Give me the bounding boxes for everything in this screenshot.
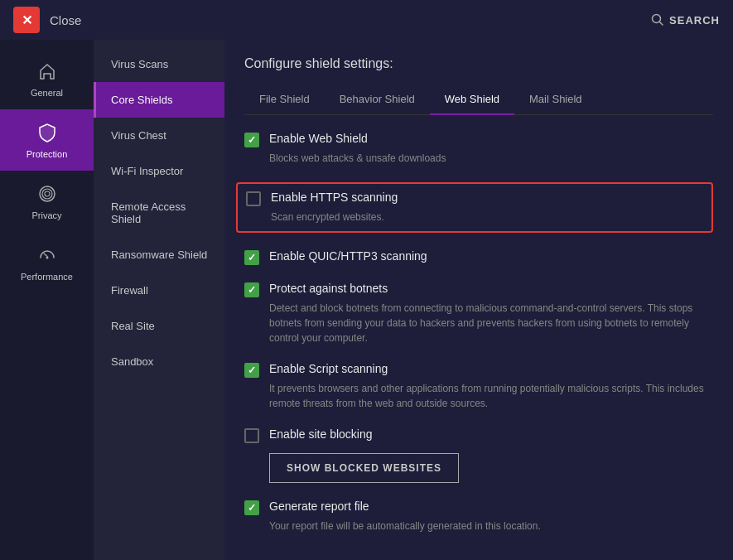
setting-enable-site-blocking: Enable site blocking SHOW BLOCKED WEBSIT… xyxy=(244,427,713,483)
setting-label-protect-botnets: Protect against botnets xyxy=(269,282,388,295)
setting-row-main-quic: Enable QUIC/HTTP3 scanning xyxy=(244,249,713,265)
tab-file-shield[interactable]: File Shield xyxy=(244,84,325,115)
setting-label-enable-site-blocking: Enable site blocking xyxy=(269,427,373,441)
home-icon xyxy=(36,60,59,83)
show-blocked-websites-button[interactable]: SHOW BLOCKED WEBSITES xyxy=(269,453,459,483)
checkbox-enable-script-scanning[interactable] xyxy=(244,363,259,378)
sidebar-item-performance-label: Performance xyxy=(21,272,73,282)
sidebar-item-privacy-label: Privacy xyxy=(31,210,61,220)
sidebar-item-privacy[interactable]: Privacy xyxy=(0,171,94,232)
setting-row-main-script: Enable Script scanning xyxy=(244,362,713,378)
menu-item-firewall[interactable]: Firewall xyxy=(94,273,224,308)
checkbox-generate-report[interactable] xyxy=(244,500,259,515)
setting-desc-enable-https-scanning: Scan encrypted websites. xyxy=(271,210,703,224)
title-bar: ✕ Close SEARCH xyxy=(0,0,733,40)
checkbox-enable-https-scanning[interactable] xyxy=(246,191,261,206)
sidebar-item-protection-label: Protection xyxy=(27,149,68,159)
setting-row-main: Enable Web Shield xyxy=(244,132,713,147)
shield-icon xyxy=(36,121,59,144)
menu-item-core-shields[interactable]: Core Shields xyxy=(94,82,224,118)
sidebar-item-performance[interactable]: Performance xyxy=(0,232,94,293)
menu-item-real-site[interactable]: Real Site xyxy=(94,308,224,344)
sidebar-item-protection[interactable]: Protection xyxy=(0,109,94,171)
page-title: Configure shield settings: xyxy=(244,56,713,71)
svg-line-1 xyxy=(660,22,663,26)
icon-sidebar: General Protection Privacy xyxy=(0,40,94,560)
search-area[interactable]: SEARCH xyxy=(651,13,720,27)
speedometer-icon xyxy=(36,244,59,267)
content-area: Configure shield settings: File Shield B… xyxy=(224,40,733,560)
setting-enable-https-scanning: Enable HTTPS scanning Scan encrypted web… xyxy=(236,182,713,233)
checkbox-protect-botnets[interactable] xyxy=(244,282,259,297)
tab-web-shield[interactable]: Web Shield xyxy=(430,84,514,115)
title-bar-left: ✕ Close xyxy=(13,7,81,33)
setting-enable-quic: Enable QUIC/HTTP3 scanning xyxy=(244,249,713,265)
setting-generate-report: Generate report file Your report file wi… xyxy=(244,500,713,533)
setting-enable-web-shield: Enable Web Shield Blocks web attacks & u… xyxy=(244,132,713,166)
checkbox-enable-quic[interactable] xyxy=(244,250,259,265)
menu-item-virus-scans[interactable]: Virus Scans xyxy=(94,46,224,82)
fingerprint-icon xyxy=(36,182,59,205)
setting-protect-botnets: Protect against botnets Detect and block… xyxy=(244,282,713,345)
sidebar-item-general-label: General xyxy=(31,88,63,98)
setting-desc-enable-web-shield: Blocks web attacks & unsafe downloads xyxy=(269,151,713,166)
setting-row-main-site-blocking: Enable site blocking xyxy=(244,427,713,443)
svg-point-4 xyxy=(45,191,50,196)
sidebar-item-general[interactable]: General xyxy=(0,48,94,109)
svg-line-6 xyxy=(44,253,47,257)
setting-enable-script-scanning: Enable Script scanning It prevents brows… xyxy=(244,362,713,411)
setting-row-main-botnets: Protect against botnets xyxy=(244,282,713,297)
setting-desc-generate-report: Your report file will be automatically g… xyxy=(269,519,713,533)
tab-behavior-shield[interactable]: Behavior Shield xyxy=(325,84,430,115)
close-button[interactable]: ✕ xyxy=(13,7,40,33)
svg-point-3 xyxy=(42,189,52,199)
setting-desc-protect-botnets: Detect and block botnets from connecting… xyxy=(269,301,713,345)
setting-desc-enable-script-scanning: It prevents browsers and other applicati… xyxy=(269,381,713,411)
search-icon xyxy=(651,13,664,27)
setting-label-enable-web-shield: Enable Web Shield xyxy=(269,132,368,145)
menu-item-sandbox[interactable]: Sandbox xyxy=(94,344,224,379)
search-label: SEARCH xyxy=(669,14,720,27)
menu-sidebar: Virus Scans Core Shields Virus Chest Wi-… xyxy=(94,40,224,560)
menu-item-wifi-inspector[interactable]: Wi-Fi Inspector xyxy=(94,153,224,189)
content-header: Configure shield settings: File Shield B… xyxy=(224,40,733,115)
setting-label-generate-report: Generate report file xyxy=(269,500,369,513)
shield-tabs: File Shield Behavior Shield Web Shield M… xyxy=(244,84,713,115)
menu-item-remote-access-shield[interactable]: Remote Access Shield xyxy=(94,189,224,237)
menu-item-virus-chest[interactable]: Virus Chest xyxy=(94,118,224,153)
checkbox-enable-web-shield[interactable] xyxy=(244,133,259,147)
setting-row-main-https: Enable HTTPS scanning xyxy=(246,191,703,206)
main-layout: General Protection Privacy xyxy=(0,40,733,560)
setting-row-main-report: Generate report file xyxy=(244,500,713,515)
setting-label-enable-https-scanning: Enable HTTPS scanning xyxy=(271,191,398,204)
settings-content: Enable Web Shield Blocks web attacks & u… xyxy=(224,115,733,560)
checkbox-enable-site-blocking[interactable] xyxy=(244,428,259,443)
setting-label-enable-script-scanning: Enable Script scanning xyxy=(269,362,388,375)
title-bar-title: Close xyxy=(50,13,81,27)
tab-mail-shield[interactable]: Mail Shield xyxy=(514,84,597,115)
menu-item-ransomware-shield[interactable]: Ransomware Shield xyxy=(94,237,224,273)
setting-label-enable-quic: Enable QUIC/HTTP3 scanning xyxy=(269,249,427,263)
